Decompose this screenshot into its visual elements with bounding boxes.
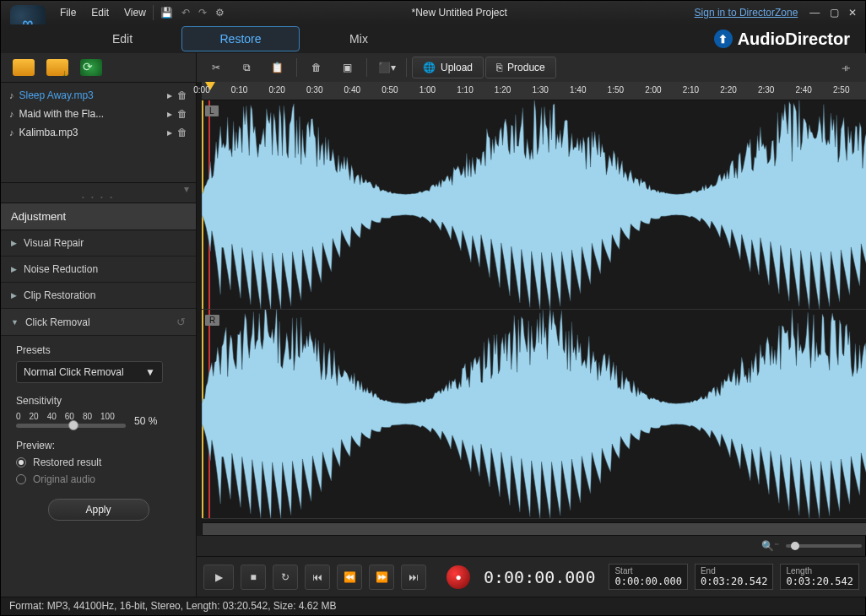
value: 0:00:00.000 [614,575,681,587]
radio-label: Restored result [33,457,101,468]
tick: 20 [30,412,39,421]
timeline-area: 0:000:100:200:300:400:501:001:101:201:30… [197,82,866,536]
window-controls: — ▢ ✕ [806,7,860,19]
chevron-right-icon: ▶ [11,291,17,300]
open-folder-icon[interactable] [13,59,35,76]
file-toolbar [1,53,196,82]
chevron-right-icon: ▶ [11,265,17,273]
ruler-tick: 0:30 [306,85,322,95]
delete-file-icon[interactable]: 🗑 [177,89,187,101]
filelist-scroll-down[interactable]: ▾ [1,183,196,192]
adjust-clip-restoration[interactable]: ▶Clip Restoration [1,283,196,309]
separator [366,58,367,77]
sensitivity-slider[interactable]: 0 20 40 60 80 100 [16,412,126,430]
adjust-item-label: Noise Reduction [24,263,98,275]
export-icon: ⎘ [496,62,502,73]
rewind-button[interactable]: ⏪ [337,565,362,590]
time-ruler[interactable]: 0:000:100:200:300:400:501:001:101:201:30… [202,82,866,100]
close-icon[interactable]: ✕ [845,7,860,19]
tab-mix[interactable]: Mix [300,27,418,51]
reset-icon[interactable]: ↺ [176,316,186,328]
preview-label: Preview: [16,440,181,451]
file-row[interactable]: ♪ Kalimba.mp3 ▸ 🗑 [1,123,196,142]
radio-restored-result[interactable]: Restored result [16,457,181,468]
sensitivity-label: Sensitivity [16,395,181,407]
scrollbar-thumb[interactable] [203,523,866,535]
produce-button[interactable]: ⎘Produce [485,57,556,78]
crop-icon[interactable]: ▣ [333,57,361,78]
apply-button[interactable]: Apply [48,499,149,521]
button-label: Produce [507,62,545,73]
minimize-icon[interactable]: — [806,7,823,19]
zoom-controls: 🔍⁻ 🔍⁺ ⊖↕ ⊕↕ ⛶ [197,536,866,556]
play-file-icon[interactable]: ▸ [167,89,172,101]
download-media-icon[interactable] [80,59,102,76]
left-panel: ♪ Sleep Away.mp3 ▸ 🗑 ♪ Maid with the Fla… [1,53,197,597]
button-label: Upload [441,62,473,73]
file-name: Maid with the Fla... [19,108,163,120]
main-area: ♪ Sleep Away.mp3 ▸ 🗑 ♪ Maid with the Fla… [1,53,865,597]
delete-file-icon[interactable]: 🗑 [177,108,187,120]
delete-file-icon[interactable]: 🗑 [177,127,187,138]
upload-button[interactable]: 🌐Upload [412,57,484,78]
tab-restore[interactable]: Restore [181,26,300,51]
view-waveform-icon[interactable]: ⟛ [832,57,861,78]
mode-tabs: Edit Restore Mix [63,24,418,53]
skip-end-button[interactable]: ⏭ [401,565,426,590]
menu-view[interactable]: View [124,7,146,19]
chevron-down-icon: ▼ [145,366,155,378]
import-folder-icon[interactable] [46,59,68,76]
maximize-icon[interactable]: ▢ [826,7,842,19]
menu-file[interactable]: File [60,7,76,19]
ruler-tick: 2:50 [833,85,849,95]
marker-dropdown-icon[interactable]: ⬛▾ [372,57,401,78]
view-spectral-icon[interactable]: ☰ [863,57,866,78]
ruler-tick: 0:10 [231,85,247,95]
status-bar: Format: MP3, 44100Hz, 16-bit, Stereo, Le… [1,597,865,615]
transport-bar: ▶ ■ ↻ ⏮ ⏪ ⏩ ⏭ ● 0:00:00.000 Start0:00:00… [197,556,866,597]
zoom-out-h-icon[interactable]: 🔍⁻ [761,540,779,552]
play-button[interactable]: ▶ [203,565,234,590]
signin-link[interactable]: Sign in to DirectorZone [695,7,798,19]
zoom-slider[interactable] [786,544,862,548]
adjust-item-label: Clip Restoration [24,289,95,301]
adjust-noise-reduction[interactable]: ▶Noise Reduction [1,257,196,283]
forward-button[interactable]: ⏩ [369,565,394,590]
paste-icon[interactable]: 📋 [263,57,291,78]
radio-label: Original audio [33,473,95,485]
waveform-canvas[interactable]: L R [202,100,866,519]
adjust-visual-repair[interactable]: ▶Visual Repair [1,230,196,257]
file-row[interactable]: ♪ Maid with the Fla... ▸ 🗑 [1,105,196,123]
radio-original-audio[interactable]: Original audio [16,473,181,485]
ruler-tick: 1:10 [457,85,473,95]
adjustment-header: Adjustment [1,203,196,230]
adjust-click-removal[interactable]: ▼Click Removal↺ [1,309,196,336]
tick: 100 [100,412,115,421]
play-file-icon[interactable]: ▸ [167,108,172,120]
ruler-tick: 2:40 [795,85,811,95]
save-icon[interactable]: 💾 [160,7,173,19]
menu-edit[interactable]: Edit [91,7,109,19]
preset-value: Normal Click Removal [24,366,124,378]
cut-icon[interactable]: ✂ [202,57,230,78]
time-display: 0:00:00.000 [477,567,602,587]
slider-thumb[interactable] [68,420,78,430]
undo-icon[interactable]: ↶ [181,7,190,19]
adjust-item-label: Visual Repair [24,237,84,249]
presets-dropdown[interactable]: Normal Click Removal ▼ [16,361,163,383]
delete-icon[interactable]: 🗑 [302,57,331,78]
horizontal-scrollbar[interactable]: ◂ ▸ [202,522,866,536]
stop-button[interactable]: ■ [241,565,266,590]
settings-icon[interactable]: ⚙ [215,7,225,19]
presets-label: Presets [16,344,181,356]
play-file-icon[interactable]: ▸ [167,127,172,138]
loop-button[interactable]: ↻ [273,565,298,590]
tab-edit[interactable]: Edit [63,27,181,51]
skip-start-button[interactable]: ⏮ [305,565,330,590]
redo-icon[interactable]: ↷ [198,7,207,19]
record-button[interactable]: ● [447,565,470,589]
file-row[interactable]: ♪ Sleep Away.mp3 ▸ 🗑 [1,86,196,105]
time-end-box: End0:03:20.542 [695,564,773,590]
copy-icon[interactable]: ⧉ [232,57,261,78]
panel-resize-handle[interactable]: • • • • [1,192,196,203]
